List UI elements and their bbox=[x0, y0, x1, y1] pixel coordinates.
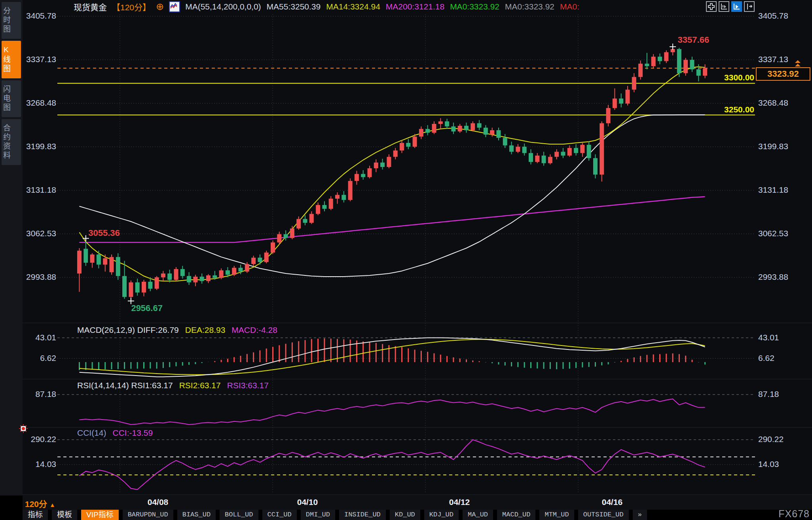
sidebar-tab-合约资料[interactable]: 合约资料 bbox=[2, 119, 21, 165]
price-axis-label-right: 2993.88 bbox=[758, 272, 788, 282]
bottom-left-corner bbox=[0, 495, 23, 520]
price-axis-label-left: 2993.88 bbox=[23, 272, 56, 282]
candle-body bbox=[548, 157, 552, 163]
macd-legend-item: MACD(26,12,9) DIFF:26.79 bbox=[77, 325, 179, 334]
period-label: 【120分】 bbox=[112, 1, 151, 13]
bottom-tab-模板[interactable]: 模板 bbox=[52, 510, 77, 520]
axis-bars-button[interactable] bbox=[719, 1, 729, 12]
axis-play-button[interactable] bbox=[731, 1, 742, 12]
candle-body bbox=[529, 153, 533, 162]
candle-body bbox=[212, 275, 217, 278]
candle-body bbox=[567, 148, 572, 156]
ma-legend-item: MA0:3323.92 bbox=[450, 2, 499, 11]
rsi-legend-item: RSI(14,14,14) RSI1:63.17 bbox=[77, 381, 173, 390]
candle-body bbox=[490, 130, 494, 135]
extreme-price-label: 2956.67 bbox=[131, 303, 163, 313]
layout-grid-button[interactable] bbox=[706, 1, 717, 12]
candle-body bbox=[471, 123, 475, 130]
candle-body bbox=[683, 60, 688, 73]
candle-body bbox=[135, 283, 140, 293]
macd-axis-label-left: 43.01 bbox=[23, 333, 56, 342]
candle-body bbox=[180, 269, 185, 276]
candle-body bbox=[613, 99, 617, 108]
ma-legend-item: MA0: bbox=[560, 2, 579, 11]
ma55-line bbox=[80, 115, 705, 277]
candle-body bbox=[387, 157, 391, 167]
candle-body bbox=[129, 283, 133, 297]
collapse-panel-button[interactable] bbox=[744, 1, 755, 12]
bottom-tab-MTM_UD[interactable]: MTM_UD bbox=[539, 510, 574, 520]
cci-legend-item: CCI:-13.59 bbox=[113, 428, 153, 437]
candle-body bbox=[167, 273, 172, 280]
line-chart-icon[interactable] bbox=[169, 1, 180, 12]
extreme-price-label: 3357.66 bbox=[678, 35, 710, 45]
candle-body bbox=[329, 199, 333, 209]
candle-body bbox=[348, 181, 353, 200]
bottom-tab-BIAS_UD[interactable]: BIAS_UD bbox=[177, 510, 216, 520]
bottom-tab-指标[interactable]: 指标 bbox=[23, 510, 48, 520]
candle-body bbox=[103, 258, 107, 265]
bottom-tab-VIP指标[interactable]: VIP指标 bbox=[81, 510, 119, 520]
bottom-tab-INSIDE_UD[interactable]: INSIDE_UD bbox=[339, 510, 386, 520]
price-axis-label-right: 3337.13 bbox=[758, 55, 788, 64]
date-label: 04/16 bbox=[594, 497, 630, 507]
candle-body bbox=[161, 273, 165, 277]
bottom-tab-BARUPDN_UD[interactable]: BARUPDN_UD bbox=[123, 510, 173, 520]
candle-body bbox=[296, 219, 301, 228]
candle-body bbox=[142, 282, 146, 292]
candle-body bbox=[284, 234, 288, 238]
bottom-tab-KDJ_UD[interactable]: KDJ_UD bbox=[424, 510, 459, 520]
bottom-tab-DMI_UD[interactable]: DMI_UD bbox=[301, 510, 335, 520]
candle-body bbox=[690, 60, 694, 69]
candle-body bbox=[645, 64, 649, 66]
price-axis-label-left: 3131.18 bbox=[23, 185, 56, 195]
chart-header: 现货黄金 【120分】 ⊕ MA(55,14,200,0,0,0)MA55:32… bbox=[74, 1, 585, 13]
candle-body bbox=[193, 277, 197, 282]
price-axis-label-left: 3199.83 bbox=[23, 142, 56, 151]
ma-legend-item: MA(55,14,200,0,0,0) bbox=[185, 2, 261, 11]
left-sidebar: 分时图K线图闪电图合约资料 bbox=[0, 0, 23, 520]
bottom-tab-KD_UD[interactable]: KD_UD bbox=[390, 510, 420, 520]
candle-body bbox=[116, 257, 120, 276]
candle-body bbox=[638, 64, 643, 77]
candle-body bbox=[574, 148, 578, 153]
bottom-tab-MACD_UD[interactable]: MACD_UD bbox=[497, 510, 535, 520]
macd-legend: MACD(26,12,9) DIFF:26.79DEA:28.93MACD:-4… bbox=[77, 325, 284, 335]
sidebar-tab-分时图[interactable]: 分时图 bbox=[2, 2, 21, 39]
candles[interactable] bbox=[77, 47, 707, 301]
cci-axis-label-left: 14.03 bbox=[23, 459, 56, 469]
candle-body bbox=[77, 251, 82, 273]
sidebar-tab-K线图[interactable]: K线图 bbox=[2, 41, 21, 78]
candle-body bbox=[432, 124, 436, 133]
last-price-box: 3323.92 bbox=[756, 67, 810, 81]
ma-legend-item: MA55:3250.39 bbox=[267, 2, 321, 11]
candle-body bbox=[509, 145, 514, 152]
bottom-tab-OUTSIDE_UD[interactable]: OUTSIDE_UD bbox=[578, 510, 629, 520]
price-axis-label-left: 3062.53 bbox=[23, 229, 56, 238]
chevron-up-icon: ▲ bbox=[49, 501, 55, 508]
bottom-tab-BOLL_UD[interactable]: BOLL_UD bbox=[220, 510, 258, 520]
level-label: 3300.00 bbox=[673, 73, 754, 82]
alert-sun-icon[interactable] bbox=[19, 424, 28, 433]
price-axis-label-right: 3062.53 bbox=[758, 229, 788, 238]
timeframe-indicator[interactable]: 120分 ▲ bbox=[25, 497, 55, 509]
date-label: 04/08 bbox=[140, 497, 176, 507]
bottom-tab-MA_UD[interactable]: MA_UD bbox=[463, 510, 493, 520]
candle-body bbox=[425, 129, 430, 133]
rsi-axis-label-left: 87.18 bbox=[23, 389, 56, 399]
sidebar-tab-闪电图[interactable]: 闪电图 bbox=[2, 80, 21, 117]
bottom-tab-»[interactable]: » bbox=[633, 510, 647, 520]
candle-body bbox=[335, 195, 340, 199]
candle-body bbox=[309, 214, 314, 222]
candle-body bbox=[522, 147, 527, 153]
candle-body bbox=[477, 123, 482, 127]
bottom-tab-CCI_UD[interactable]: CCI_UD bbox=[262, 510, 297, 520]
candle-body bbox=[122, 276, 127, 297]
candle-body bbox=[406, 143, 410, 147]
diff-line bbox=[80, 338, 705, 377]
cci-axis-label-right: 14.03 bbox=[758, 459, 779, 469]
ma-legend-item: MA200:3121.18 bbox=[386, 2, 444, 11]
add-indicator-icon[interactable]: ⊕ bbox=[156, 2, 164, 11]
candle-body bbox=[535, 156, 539, 162]
candle-body bbox=[400, 143, 404, 150]
